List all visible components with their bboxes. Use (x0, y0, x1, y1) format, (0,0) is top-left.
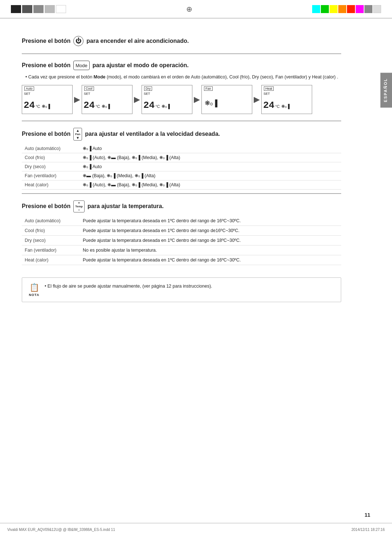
note-icon: 📋 NOTA (29, 283, 40, 297)
panel-fan-dry: ❋₀▐ (162, 104, 170, 109)
color-bar (347, 5, 355, 13)
section1-suffix: para encender el aire acondicionado. (86, 38, 189, 44)
power-button-icon: ⏻ (73, 36, 83, 46)
table-row: Auto (automático) ❋₀▐ Auto (22, 144, 341, 153)
color-bar (22, 5, 32, 13)
fan-up-arrow: ▲ (76, 129, 79, 133)
panel-fan-heat: ❋₀▐ (281, 104, 290, 109)
panel-label-fan: Fan (204, 86, 213, 91)
table-row: Dry (seco) ❋₀▐ Auto (22, 162, 341, 171)
fan-mode-heat: Heat (calor) (22, 180, 80, 189)
table-row: Dry (seco) Puede ajustar la temperatura … (22, 235, 341, 245)
section4-title: Presione el botón + Temp − para ajustar … (22, 200, 341, 212)
table-row: Fan (ventilador) ❋▬ (Baja), ❋₀▐ (Media),… (22, 171, 341, 180)
panel-deg-cool: °C (95, 104, 100, 109)
panel-label-auto: Auto (24, 86, 34, 91)
temp-label: Temp (75, 205, 83, 208)
temp-table: Auto (automático) Puede ajustar la tempe… (22, 216, 341, 265)
fan-mode-dry: Dry (seco) (22, 162, 80, 171)
display-panel-cool: Cool SET 24 °C ❋₀▐ (82, 85, 132, 114)
fan-mode-auto: Auto (automático) (22, 144, 80, 153)
section2-suffix: para ajustar el modo de operación. (93, 62, 189, 69)
table-row: Heat (calor) Puede ajustar la temperatur… (22, 255, 341, 265)
color-bar (312, 5, 320, 13)
panel-temp-auto: 24 (24, 100, 35, 111)
crosshair-icon: ⊕ (66, 5, 312, 13)
fan-down-arrow: ▼ (76, 136, 79, 140)
mode-button-icon: Mode (73, 61, 90, 70)
section3-suffix: para ajustar el ventilador a la velocida… (85, 131, 220, 137)
panel-label-heat: Heat (264, 86, 274, 91)
color-bar (11, 5, 21, 13)
page-number: 11 (364, 512, 370, 518)
table-row: Fan (ventilador) No es posible ajustar l… (22, 245, 341, 255)
section-power: Presione el botón ⏻ para encender el air… (22, 29, 341, 53)
fan-speed-dry: ❋₀▐ Auto (80, 162, 341, 171)
fan-mode-fan: Fan (ventilador) (22, 171, 80, 180)
arrow-icon-2: ▶ (134, 95, 140, 104)
panel-fan-fan: ❋₀▐ (205, 99, 217, 107)
section3-title: Presione el botón ▲ Fan ▼ para ajustar e… (22, 128, 341, 141)
color-bar (33, 5, 44, 13)
section3-prefix: Presione el botón (22, 131, 70, 137)
main-content: Presione el botón ⏻ para encender el air… (0, 19, 363, 313)
table-row: Heat (calor) ❋₀▐ (Auto), ❋▬ (Baja), ❋₀▐ … (22, 180, 341, 189)
color-bars-left (11, 5, 66, 13)
nota-label: NOTA (29, 293, 40, 297)
temp-mode-dry: Dry (seco) (22, 235, 80, 245)
panel-label-cool: Cool (84, 86, 94, 91)
temp-desc-auto: Puede ajustar la temperatura deseada en … (80, 216, 341, 226)
temp-mode-heat: Heat (calor) (22, 255, 80, 265)
temp-desc-fan: No es posible ajustar la temperatura. (80, 245, 341, 255)
display-panel-heat: Heat SET 24 °C ❋₀▐ (261, 85, 312, 114)
temp-mode-cool: Cool (frío) (22, 226, 80, 235)
panel-set-auto: SET (24, 92, 30, 96)
print-marks-top: ⊕ (0, 0, 392, 18)
temp-button-icon: + Temp − (73, 200, 85, 212)
section1-prefix: Presione el botón (22, 38, 70, 44)
section2-bullet: Cada vez que presione el botón Mode (mod… (25, 74, 341, 81)
temp-desc-dry: Puede ajustar la temperatura deseada en … (80, 235, 341, 245)
panel-temp-dry: 24 (143, 100, 155, 111)
section-mode: Presione el botón Mode para ajustar el m… (22, 54, 341, 121)
display-panels-row: Auto SET 24 °C ❋₀▐ ▶ Cool SET 24 °C ❋₀▐ (22, 85, 341, 114)
note-text: El flujo de aire se puede ajustar manual… (45, 283, 212, 290)
panel-deg-auto: °C (36, 104, 40, 109)
temp-minus: − (78, 208, 80, 212)
color-bar (356, 5, 364, 13)
temp-desc-cool: Puede ajustar la temperatura deseada en … (80, 226, 341, 235)
temp-mode-fan: Fan (ventilador) (22, 245, 80, 255)
color-bar (364, 5, 372, 13)
color-bar (330, 5, 338, 13)
section2-title: Presione el botón Mode para ajustar el m… (22, 61, 341, 70)
bottom-right-text: 2014/12/11 18:27:16 (351, 528, 385, 532)
panel-set-heat: SET (264, 92, 270, 96)
fan-speed-cool: ❋₀▐ (Auto), ❋▬ (Baja), ❋₀▐ (Media), ❋₀▐ … (80, 153, 341, 162)
panel-set-cool: SET (84, 92, 90, 96)
section1-title: Presione el botón ⏻ para encender el air… (22, 36, 341, 46)
panel-temp-cool: 24 (83, 100, 95, 111)
fan-speed-auto: ❋₀▐ Auto (80, 144, 341, 153)
display-panel-fan: Fan ❋₀▐ (201, 85, 252, 114)
panel-set-dry: SET (144, 92, 150, 96)
table-row: Cool (frío) ❋₀▐ (Auto), ❋▬ (Baja), ❋₀▐ (… (22, 153, 341, 162)
temp-desc-heat: Puede ajustar la temperatura deseada en … (80, 255, 341, 265)
table-row: Auto (automático) Puede ajustar la tempe… (22, 216, 341, 226)
color-bar (373, 5, 381, 13)
note-box: 📋 NOTA El flujo de aire se puede ajustar… (22, 277, 341, 302)
fan-speed-fan: ❋▬ (Baja), ❋₀▐ (Media), ❋₀▐ (Alta) (80, 171, 341, 180)
arrow-icon-3: ▶ (194, 95, 200, 104)
color-bar (56, 5, 66, 13)
panel-label-dry: Dry (144, 86, 152, 91)
fan-mode-cool: Cool (frío) (22, 153, 80, 162)
panel-fan-cool: ❋₀▐ (102, 104, 110, 109)
fan-speed-heat: ❋₀▐ (Auto), ❋▬ (Baja), ❋₀▐ (Media), ❋₀▐ … (80, 180, 341, 189)
panel-deg-heat: °C (275, 104, 279, 109)
section4-suffix: para ajustar la temperatura. (87, 203, 164, 210)
panel-deg-dry: °C (155, 104, 160, 109)
fan-speed-table: Auto (automático) ❋₀▐ Auto Cool (frío) ❋… (22, 144, 341, 190)
panel-temp-heat: 24 (263, 100, 274, 111)
language-tab: ESPAÑOL (380, 73, 392, 107)
section-fan: Presione el botón ▲ Fan ▼ para ajustar e… (22, 121, 341, 193)
table-row: Cool (frío) Puede ajustar la temperatura… (22, 226, 341, 235)
